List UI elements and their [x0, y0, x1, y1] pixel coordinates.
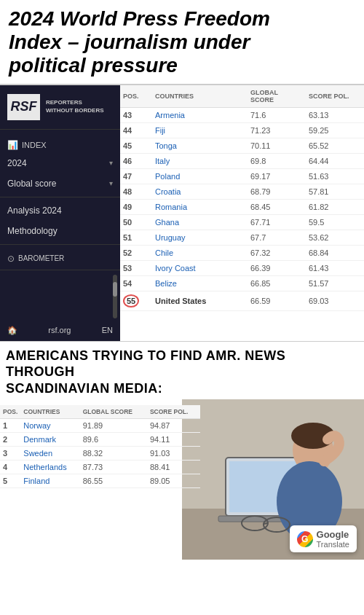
pos-cell: 52 — [120, 245, 152, 260]
rsf-tagline: REPORTERSWITHOUT BORDERS — [46, 99, 104, 114]
rsf-abbreviation: RSF — [11, 99, 37, 114]
country-cell: Finland — [20, 474, 79, 488]
pos-cell: 4 — [0, 461, 20, 474]
global-score-cell: 67.32 — [248, 245, 306, 260]
sidebar-analysis-item[interactable]: Analysis 2024 — [0, 200, 120, 221]
google-label: Google — [317, 529, 349, 540]
table-row: 52 Chile 67.32 68.84 — [120, 245, 364, 260]
sidebar-year: 2024 — [7, 158, 27, 168]
score-pol-cell: 59.25 — [306, 122, 364, 138]
pos-cell: 45 — [120, 138, 152, 153]
global-score-cell: 68.79 — [248, 184, 306, 199]
table-row: 50 Ghana 67.71 59.5 — [120, 214, 364, 230]
list-item: 1 Norway 91.89 94.87 — [0, 419, 200, 433]
country-cell: Chile — [152, 245, 248, 260]
list-item: 2 Denmark 89.6 94.11 — [0, 433, 200, 447]
sidebar-global-score: Global score — [7, 179, 56, 189]
bottom-header-row: POS. COUNTRIES GLOBAL SCORE SCORE POL. — [0, 405, 200, 419]
sidebar-index-label: INDEX — [22, 141, 47, 149]
sidebar-index-section: 📊 INDEX — [0, 133, 120, 153]
country-cell: Ghana — [152, 214, 248, 230]
table-row: 53 Ivory Coast 66.39 61.43 — [120, 260, 364, 275]
global-score-cell: 70.11 — [248, 138, 306, 153]
table-row: 47 Poland 69.17 51.63 — [120, 168, 364, 184]
score-pol-cell: 68.84 — [306, 245, 364, 260]
google-g-icon: G — [297, 531, 313, 547]
sidebar-year-arrow: ▾ — [109, 159, 113, 167]
meme-caption: AMERICANS TRYING TO FIND AMR. NEWS THROU… — [0, 341, 364, 400]
sidebar-year-item[interactable]: 2024 ▾ — [0, 153, 120, 173]
global-score-cell: 87.73 — [80, 461, 147, 474]
scroll-thumb — [113, 282, 117, 297]
country-cell: Croatia — [152, 184, 248, 199]
pos-cell: 3 — [0, 447, 20, 461]
score-pol-cell: 51.63 — [306, 168, 364, 184]
svg-line-10 — [264, 523, 268, 524]
score-pol-cell: 61.82 — [306, 199, 364, 214]
pos-cell: 51 — [120, 230, 152, 245]
score-pol-cell: 89.05 — [147, 474, 200, 488]
title-line2: Index – — [9, 31, 84, 53]
google-sublabel: Translate — [317, 540, 349, 549]
country-cell: Poland — [152, 168, 248, 184]
gauge-icon: ⊙ — [7, 254, 15, 264]
scroll-bar — [113, 275, 117, 318]
header-global-score: GLOBAL SCORE — [248, 85, 306, 108]
table-row: 43 Armenia 71.6 63.13 — [120, 107, 364, 122]
sidebar-global-score-item[interactable]: Global score ▾ — [0, 173, 120, 194]
global-score-cell: 71.23 — [248, 122, 306, 138]
sidebar-methodology-item[interactable]: Methodology — [0, 221, 120, 241]
watermark-text: imgflip.com — [4, 549, 38, 557]
global-score-cell: 68.45 — [248, 199, 306, 214]
list-item: 5 Finland 86.55 89.05 — [0, 474, 200, 488]
scandinavian-ranking-table: POS. COUNTRIES GLOBAL SCORE SCORE POL. 1… — [0, 405, 200, 488]
score-pol-cell: 61.43 — [306, 260, 364, 275]
rsf-logo: RSF REPORTERSWITHOUT BORDERS — [0, 85, 120, 126]
global-score-cell: 86.55 — [80, 474, 147, 488]
google-translate-badge: G Google Translate — [290, 525, 357, 552]
sidebar-language: EN — [102, 326, 113, 334]
global-score-cell: 88.32 — [80, 447, 147, 461]
score-pol-cell: 94.87 — [147, 419, 200, 433]
sidebar-global-arrow: ▾ — [109, 179, 113, 187]
sidebar-rsf-link[interactable]: 🏠 rsf.org EN — [0, 320, 120, 341]
sidebar-barometer-section: ⊙ BAROMETER — [0, 248, 120, 267]
country-cell: Belize — [152, 275, 248, 291]
table-row: 54 Belize 66.85 51.57 — [120, 275, 364, 291]
global-score-cell: 69.8 — [248, 153, 306, 168]
global-score-cell: 91.89 — [80, 419, 147, 433]
chart-icon: 📊 — [7, 140, 18, 150]
home-icon: 🏠 — [7, 326, 17, 335]
global-score-cell: 66.85 — [248, 275, 306, 291]
pos-cell: 53 — [120, 260, 152, 275]
score-pol-cell: 94.11 — [147, 433, 200, 447]
list-item: 3 Sweden 88.32 91.03 — [0, 447, 200, 461]
sidebar-barometer: BAROMETER — [18, 254, 64, 262]
bottom-header-score-pol: SCORE POL. — [147, 405, 200, 419]
global-score-cell: 66.39 — [248, 260, 306, 275]
pos-cell: 1 — [0, 419, 20, 433]
score-pol-cell: 64.44 — [306, 153, 364, 168]
title-line1: 2024 World Press Freedom — [9, 7, 270, 30]
score-pol-cell: 69.03 — [306, 291, 364, 310]
sidebar-divider-1 — [0, 129, 120, 130]
country-cell: Fiji — [152, 122, 248, 138]
rsf-logo-box: RSF — [7, 94, 40, 120]
global-score-cell: 69.17 — [248, 168, 306, 184]
score-pol-cell: 57.81 — [306, 184, 364, 199]
sidebar-scroll — [0, 273, 120, 320]
pos-cell: 43 — [120, 107, 152, 122]
global-score-cell: 71.6 — [248, 107, 306, 122]
header-score-pol: SCORE POL. — [306, 85, 364, 108]
bottom-section: POS. COUNTRIES GLOBAL SCORE SCORE POL. 1… — [0, 399, 364, 560]
pos-cell: 54 — [120, 275, 152, 291]
imgflip-watermark: imgflip.com — [4, 549, 38, 557]
rsf-ranking-table: POS. COUNTRIES GLOBAL SCORE SCORE POL. 4… — [120, 85, 364, 311]
table-row: 48 Croatia 68.79 57.81 — [120, 184, 364, 199]
pos-cell: 50 — [120, 214, 152, 230]
sidebar-divider-3 — [0, 244, 120, 245]
bottom-header-global-score: GLOBAL SCORE — [80, 405, 147, 419]
pos-cell: 44 — [120, 122, 152, 138]
pos-cell: 2 — [0, 433, 20, 447]
score-pol-cell: 91.03 — [147, 447, 200, 461]
